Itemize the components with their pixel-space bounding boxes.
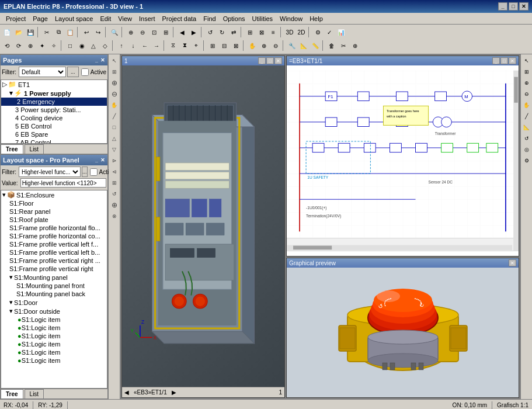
tb2-5[interactable]: ✧ (48, 40, 60, 51)
lt-rotate[interactable]: ↺ (109, 189, 120, 199)
pages-tree-power[interactable]: ▾ ⚡ 1 Power supply (1, 89, 107, 98)
layout-filter-select[interactable]: Higher-level func... (19, 167, 81, 177)
window-preview-controls[interactable]: ✕ (509, 259, 516, 266)
pages-filter-btn[interactable]: ... (67, 67, 79, 77)
lt-right[interactable]: ⊳ (109, 155, 120, 166)
tb2-16[interactable]: ⌖ (190, 40, 202, 51)
tb2-22[interactable]: ⊖ (270, 40, 281, 51)
layout-panel-close[interactable]: ✕ (100, 157, 105, 163)
tb2-12[interactable]: ← (139, 40, 151, 51)
tb-copy[interactable]: ⧉ (53, 26, 64, 38)
layout-active-checkbox[interactable] (90, 168, 98, 176)
lt-cross[interactable]: ⊗ (109, 211, 120, 221)
menu-insert[interactable]: Insert (135, 15, 159, 23)
lt-triangle[interactable]: △ (109, 133, 120, 144)
tb2-8[interactable]: △ (88, 40, 99, 51)
window-schematic-min[interactable]: _ (492, 57, 500, 64)
layout-item-fpvr-b[interactable]: S1:Frame profile vertical right (1, 265, 107, 273)
tb-2d[interactable]: 2D (295, 26, 307, 38)
layout-item-fpvr-f[interactable]: S1:Frame profile vertical right ... (1, 257, 107, 265)
pages-tab-tree[interactable]: Tree (1, 144, 23, 154)
rt-box[interactable]: ⊞ (521, 67, 532, 77)
rt-measure[interactable]: 📐 (521, 122, 532, 133)
tb-snap[interactable]: ⊠ (256, 26, 267, 38)
layout-tab-tree[interactable]: Tree (1, 389, 23, 398)
window-3d-nav-right[interactable]: ▶ (172, 389, 176, 396)
tb2-20[interactable]: ✋ (246, 40, 258, 51)
window-schematic-content[interactable]: F1 M BUTION Transformer goes here with a… (287, 65, 519, 256)
layout-item-mount-back[interactable]: S1:Mounting panel back (1, 290, 107, 298)
tb2-24[interactable]: 📐 (298, 40, 310, 51)
pages-filter-select[interactable]: Default (19, 67, 66, 77)
layout-item-door-outside[interactable]: ▾S1:Door outside (1, 307, 107, 316)
pages-tree-eb-spare[interactable]: 6 EB Spare (1, 130, 107, 138)
lt-rect[interactable]: □ (109, 122, 120, 133)
tb-cut[interactable]: ✂ (41, 26, 53, 38)
lt-line[interactable]: ╱ (109, 111, 120, 122)
tb2-28[interactable]: ⊕ (349, 40, 361, 51)
rt-pan[interactable]: ✋ (521, 100, 532, 110)
window-3d-min[interactable]: _ (258, 57, 266, 64)
tb2-10[interactable]: ↑ (116, 40, 127, 51)
rt-select[interactable]: ↖ (521, 56, 532, 66)
tb2-3[interactable]: ⊕ (25, 40, 36, 51)
tb-3d[interactable]: 3D (284, 26, 295, 38)
tb-rotate-r[interactable]: ↻ (216, 26, 228, 38)
pages-panel-close[interactable]: ✕ (100, 57, 105, 63)
tb-zoom-out[interactable]: ⊖ (137, 26, 148, 38)
layout-item-mounting[interactable]: ▾S1:Mounting panel (1, 273, 107, 282)
tb2-15[interactable]: ⧗ (179, 40, 190, 51)
tb-zoom-fit[interactable]: ⊡ (148, 26, 160, 38)
window-3d-max[interactable]: □ (266, 57, 274, 64)
tb-redo[interactable]: ↪ (92, 26, 104, 38)
layout-item-rear[interactable]: S1:Rear panel (1, 207, 107, 216)
tb2-11[interactable]: ↓ (127, 40, 139, 51)
layout-item-logic-5[interactable]: ● S1:Logic item (1, 348, 107, 356)
menu-edit[interactable]: Edit (96, 15, 114, 23)
layout-item-fpvl-b[interactable]: S1:Frame profile vertical left b... (1, 248, 107, 257)
minimize-button[interactable]: _ (498, 2, 507, 11)
tb2-1[interactable]: ⟲ (1, 40, 13, 51)
rt-zoom-out[interactable]: ⊖ (521, 89, 532, 99)
layout-item-mount-front[interactable]: S1:Mounting panel front (1, 282, 107, 290)
menu-window[interactable]: Window (276, 15, 306, 23)
tb-prev[interactable]: ◀ (176, 26, 188, 38)
menu-page[interactable]: Page (29, 15, 51, 23)
pages-panel-minimize[interactable]: _ (95, 57, 98, 63)
menu-layout-space[interactable]: Layout space (51, 15, 96, 23)
rt-rotate[interactable]: ↺ (521, 133, 532, 144)
layout-panel-minimize[interactable]: _ (95, 157, 98, 163)
window-3d-close[interactable]: ✕ (274, 57, 282, 64)
tb-undo[interactable]: ↩ (81, 26, 92, 38)
lt-select[interactable]: ↖ (109, 56, 120, 66)
tb2-14[interactable]: ⧖ (167, 40, 179, 51)
menu-project[interactable]: Project (2, 15, 29, 23)
layout-item-fpvl-f[interactable]: S1:Frame profile vertical left f... (1, 240, 107, 248)
pages-tree-et1[interactable]: ▷ 📁 ET1 (1, 80, 107, 89)
tb2-9[interactable]: ◇ (99, 40, 111, 51)
tb2-6[interactable]: □ (64, 40, 76, 51)
tb-mirror[interactable]: ⇄ (228, 26, 239, 38)
pages-tree-eb-control[interactable]: 5 EB Control (1, 122, 107, 130)
layout-item-door[interactable]: ▾S1:Door (1, 298, 107, 307)
tb-zoom-window[interactable]: ⊞ (160, 26, 172, 38)
window-3d-content[interactable]: Z X Y (122, 65, 284, 387)
close-button[interactable]: ✕ (519, 2, 528, 11)
window-3d-nav-left[interactable]: ◀ (124, 389, 129, 396)
pages-tree-power-supply-stat[interactable]: 3 Power supply: Stati... (1, 106, 107, 114)
layout-tree-scroll[interactable]: ▾📦S1:Enclosure S1:Floor S1:Rear panel S1… (1, 190, 107, 389)
tb2-7[interactable]: ◉ (76, 40, 88, 51)
title-bar-controls[interactable]: _ □ ✕ (498, 2, 528, 11)
tb2-2[interactable]: ⟳ (13, 40, 25, 51)
tb-next[interactable]: ▶ (188, 26, 200, 38)
tb-open[interactable]: 📂 (13, 26, 25, 38)
maximize-button[interactable]: □ (509, 2, 518, 11)
layout-item-logic-1[interactable]: ● S1:Logic item (1, 316, 107, 324)
rt-orbit[interactable]: ◎ (521, 144, 532, 155)
pages-tree-ab-control[interactable]: 7 AB Control (1, 138, 107, 144)
layout-item-fph-flo[interactable]: S1:Frame profile horizontal flo... (1, 224, 107, 232)
lt-zoom-out[interactable]: ⊖ (109, 89, 120, 99)
tb2-26[interactable]: 🗑 (326, 40, 338, 51)
window-preview-close[interactable]: ✕ (509, 259, 516, 266)
layout-item-fph-co[interactable]: S1:Frame profile horizontal co... (1, 232, 107, 240)
